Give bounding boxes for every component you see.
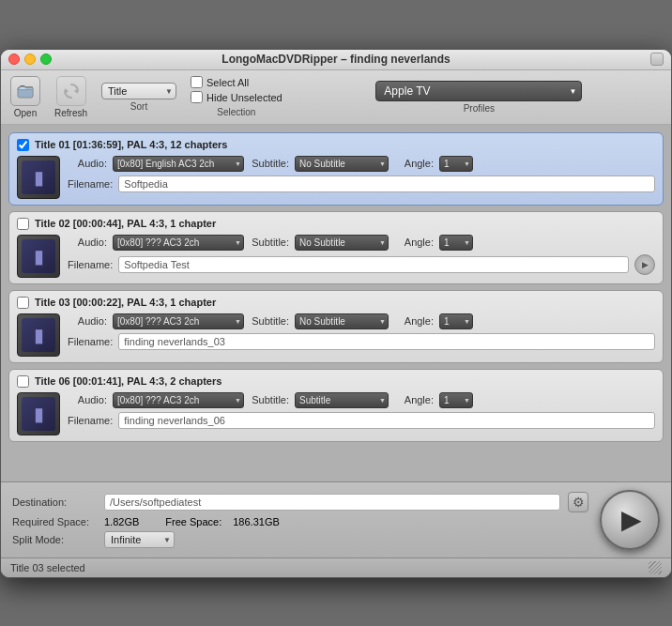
title-06-header: Title 06 [00:01:41], PAL 4:3, 2 chapters bbox=[17, 375, 655, 388]
select-all-label[interactable]: Select All bbox=[191, 76, 283, 88]
sort-select[interactable]: Title bbox=[101, 83, 176, 99]
title-06-header-text: Title 06 [00:01:41], PAL 4:3, 2 chapters bbox=[35, 375, 221, 387]
filename-label-03: Filename: bbox=[68, 336, 113, 347]
hide-unselected-checkbox[interactable] bbox=[191, 91, 203, 103]
title-03-header: Title 03 [00:00:22], PAL 4:3, 1 chapter bbox=[17, 297, 655, 309]
play-big-icon: ▶ bbox=[621, 504, 642, 535]
title-item-06: Title 06 [00:01:41], PAL 4:3, 2 chapters… bbox=[8, 369, 664, 442]
audio-select-06[interactable]: [0x80] ??? AC3 2ch bbox=[113, 392, 244, 408]
title-item-03: Title 03 [00:00:22], PAL 4:3, 1 chapter … bbox=[8, 290, 664, 363]
title-02-header-text: Title 02 [00:00:44], PAL 4:3, 1 chapter bbox=[35, 218, 216, 229]
angle-label-01: Angle: bbox=[394, 158, 434, 169]
filename-input-01[interactable] bbox=[118, 176, 655, 192]
title-03-row2: Filename: bbox=[68, 333, 655, 350]
audio-label-02: Audio: bbox=[68, 237, 107, 248]
angle-select-06[interactable]: 1 bbox=[439, 392, 473, 408]
select-all-checkbox[interactable] bbox=[191, 76, 203, 88]
subtitle-select-06[interactable]: Subtitle bbox=[295, 392, 389, 408]
angle-select-03[interactable]: 1 bbox=[439, 313, 473, 329]
titlebar: LongoMacDVDRipper – finding neverlands bbox=[1, 50, 671, 70]
title-03-thumb: ▮ bbox=[17, 313, 60, 357]
selection-section-label: Selection bbox=[191, 107, 283, 117]
audio-select-01[interactable]: [0x80] English AC3 2ch bbox=[113, 156, 244, 172]
filename-label-02: Filename: bbox=[68, 259, 113, 270]
filename-input-03[interactable] bbox=[118, 333, 655, 350]
angle-select-wrapper-06: 1 bbox=[439, 392, 473, 408]
audio-label-01: Audio: bbox=[68, 158, 107, 169]
title-item-02: Title 02 [00:00:44], PAL 4:3, 1 chapter … bbox=[8, 211, 664, 284]
open-label: Open bbox=[14, 108, 37, 118]
window-title: LongoMacDVDRipper – finding neverlands bbox=[221, 53, 450, 66]
subtitle-select-01[interactable]: No Subtitle bbox=[295, 156, 389, 172]
title-06-checkbox[interactable] bbox=[17, 375, 29, 388]
sort-select-wrapper: Title bbox=[101, 83, 176, 99]
title-06-body: ▮ Audio: [0x80] ??? AC3 2ch Subtitle: bbox=[17, 392, 655, 435]
audio-select-wrapper-03: [0x80] ??? AC3 2ch bbox=[113, 313, 244, 329]
split-select-wrapper: Infinite bbox=[104, 531, 175, 548]
title-02-checkbox[interactable] bbox=[17, 218, 29, 230]
angle-select-wrapper-03: 1 bbox=[439, 313, 473, 329]
angle-select-02[interactable]: 1 bbox=[439, 235, 473, 251]
audio-select-03[interactable]: [0x80] ??? AC3 2ch bbox=[113, 313, 244, 329]
hide-unselected-label[interactable]: Hide Unselected bbox=[191, 91, 283, 103]
play-big-button[interactable]: ▶ bbox=[600, 490, 660, 550]
bottom-bar: Destination: ⚙ Required Space: 1.82GB Fr… bbox=[1, 481, 671, 557]
title-03-controls: Audio: [0x80] ??? AC3 2ch Subtitle: No S… bbox=[68, 313, 655, 350]
profiles-label: Profiles bbox=[464, 103, 495, 114]
subtitle-label-06: Subtitle: bbox=[250, 394, 289, 405]
title-01-checkbox[interactable] bbox=[17, 139, 29, 151]
subtitle-select-02[interactable]: No Subtitle bbox=[295, 235, 389, 251]
free-space-label: Free Space: bbox=[165, 516, 221, 527]
title-03-row1: Audio: [0x80] ??? AC3 2ch Subtitle: No S… bbox=[68, 313, 655, 329]
title-01-header: Title 01 [01:36:59], PAL 4:3, 12 chapter… bbox=[17, 139, 655, 151]
angle-label-06: Angle: bbox=[394, 394, 434, 405]
title-02-thumb: ▮ bbox=[17, 235, 60, 278]
traffic-lights bbox=[8, 53, 52, 65]
open-button[interactable] bbox=[10, 76, 40, 106]
maximize-button[interactable] bbox=[40, 53, 52, 65]
title-03-header-text: Title 03 [00:00:22], PAL 4:3, 1 chapter bbox=[35, 297, 216, 308]
statusbar: Title 03 selected bbox=[1, 557, 671, 577]
open-tool: Open bbox=[10, 76, 40, 118]
title-06-controls: Audio: [0x80] ??? AC3 2ch Subtitle: Subt… bbox=[68, 392, 655, 429]
resize-handle[interactable] bbox=[649, 561, 662, 574]
content-area: Title 01 [01:36:59], PAL 4:3, 12 chapter… bbox=[1, 125, 671, 481]
audio-select-02[interactable]: [0x80] ??? AC3 2ch bbox=[113, 235, 244, 251]
split-mode-select[interactable]: Infinite bbox=[104, 531, 175, 548]
main-window: LongoMacDVDRipper – finding neverlands O… bbox=[0, 49, 672, 578]
profiles-tool: Apple TV Profiles bbox=[297, 81, 662, 114]
audio-select-wrapper-01: [0x80] English AC3 2ch bbox=[113, 156, 244, 172]
destination-input[interactable] bbox=[104, 494, 560, 511]
audio-label-06: Audio: bbox=[68, 394, 107, 405]
title-06-row2: Filename: bbox=[68, 412, 655, 429]
refresh-tool: Refresh bbox=[54, 76, 87, 118]
filename-input-06[interactable] bbox=[118, 412, 655, 429]
angle-select-wrapper-02: 1 bbox=[439, 235, 473, 251]
angle-select-01[interactable]: 1 bbox=[439, 156, 473, 172]
title-01-row2: Filename: bbox=[68, 176, 655, 192]
destination-label: Destination: bbox=[12, 496, 97, 508]
close-button[interactable] bbox=[8, 53, 20, 65]
title-01-controls: Audio: [0x80] English AC3 2ch Subtitle: … bbox=[68, 156, 655, 192]
title-02-body: ▮ Audio: [0x80] ??? AC3 2ch Subtitle: bbox=[17, 235, 655, 278]
title-01-thumb: ▮ bbox=[17, 156, 60, 199]
refresh-button[interactable] bbox=[56, 76, 86, 106]
destination-row: Destination: ⚙ bbox=[12, 492, 588, 512]
filename-input-02[interactable] bbox=[118, 256, 629, 273]
bottom-left: Destination: ⚙ Required Space: 1.82GB Fr… bbox=[12, 492, 588, 548]
minimize-button[interactable] bbox=[24, 53, 36, 65]
filename-label-06: Filename: bbox=[68, 415, 113, 426]
subtitle-select-wrapper-06: Subtitle bbox=[295, 392, 389, 408]
subtitle-select-03[interactable]: No Subtitle bbox=[295, 313, 389, 329]
angle-select-wrapper-01: 1 bbox=[439, 156, 473, 172]
gear-button[interactable]: ⚙ bbox=[568, 492, 588, 512]
toolbar: Open Refresh Title Sort bbox=[1, 70, 671, 125]
split-mode-label: Split Mode: bbox=[12, 534, 97, 545]
play-small-button-02[interactable]: ▶ bbox=[634, 254, 655, 275]
subtitle-label-01: Subtitle: bbox=[250, 158, 289, 169]
title-03-checkbox[interactable] bbox=[17, 297, 29, 309]
profiles-select[interactable]: Apple TV bbox=[375, 81, 582, 101]
subtitle-label-03: Subtitle: bbox=[250, 315, 289, 327]
filename-label-01: Filename: bbox=[68, 178, 113, 190]
title-02-header: Title 02 [00:00:44], PAL 4:3, 1 chapter bbox=[17, 218, 655, 230]
